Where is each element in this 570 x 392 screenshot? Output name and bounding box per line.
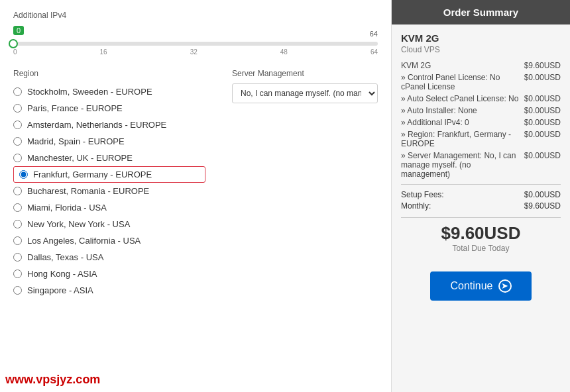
order-total-label: Total Due Today (401, 244, 561, 253)
order-product-sub: Cloud VPS (401, 45, 561, 54)
order-product-name: KVM 2G (401, 32, 561, 44)
order-setup-fees-label: Setup Fees: (401, 190, 444, 199)
region-radio-frankfurt[interactable] (19, 170, 28, 179)
region-text-hongkong: Hong Kong - ASIA (27, 269, 97, 279)
continue-button[interactable]: Continue ➤ (430, 271, 531, 301)
order-line-price-4: $0.00USD (524, 118, 561, 127)
order-line-desc-4: » Additional IPv4: 0 (401, 118, 524, 127)
order-line-desc-1: » Control Panel License: No cPanel Licen… (401, 73, 524, 91)
region-radio-madrid[interactable] (13, 137, 22, 146)
region-madrid[interactable]: Madrid, Spain - EUROPE (13, 133, 205, 150)
order-line-price-3: $0.00USD (524, 106, 561, 115)
region-text-singapore: Singapore - ASIA (27, 285, 93, 295)
watermark: www.vpsjyz.com (5, 373, 100, 387)
ipv4-max-label: 64 (370, 30, 378, 38)
region-text-miami: Miami, Florida - USA (27, 203, 107, 213)
region-text-losangeles: Los Angeles, California - USA (27, 236, 141, 246)
region-radio-bucharest[interactable] (13, 187, 22, 195)
region-losangeles[interactable]: Los Angeles, California - USA (13, 232, 205, 249)
order-monthly: Monthly: $9.60USD (401, 201, 561, 211)
ipv4-slider-thumb[interactable] (9, 39, 18, 48)
order-monthly-label: Monthly: (401, 201, 431, 211)
order-line-6: » Server Management: No, I can manage my… (401, 151, 561, 179)
arrow-right-icon: ➤ (498, 279, 512, 293)
order-line-price-0: $9.60USD (524, 61, 561, 70)
order-total-section: $9.60USD Total Due Today (401, 217, 561, 253)
region-radio-losangeles[interactable] (13, 236, 22, 245)
order-line-desc-6: » Server Management: No, I can manage my… (401, 151, 524, 179)
region-text-bucharest: Bucharest, Romania - EUROPE (27, 186, 149, 196)
region-bucharest[interactable]: Bucharest, Romania - EUROPE (13, 183, 205, 199)
order-setup-fees-value: $0.00USD (524, 190, 561, 199)
ipv4-current-value: 0 (13, 26, 24, 35)
region-amsterdam[interactable]: Amsterdam, Netherlands - EUROPE (13, 117, 205, 133)
continue-section: Continue ➤ (392, 261, 570, 311)
tick-48: 48 (280, 48, 288, 56)
region-list: Stockholm, Sweeden - EUROPE Paris, Franc… (13, 83, 205, 299)
order-line-0: KVM 2G $9.60USD (401, 61, 561, 70)
order-line-price-1: $0.00USD (524, 73, 561, 91)
region-stockholm[interactable]: Stockholm, Sweeden - EUROPE (13, 83, 205, 100)
tick-32: 32 (190, 48, 198, 56)
order-line-3: » Auto Installer: None $0.00USD (401, 106, 561, 115)
order-line-desc-2: » Auto Select cPanel License: No (401, 94, 524, 103)
region-text-frankfurt: Frankfurt, Germany - EUROPE (33, 170, 152, 179)
region-text-paris: Paris, France - EUROPE (27, 103, 123, 113)
region-dallas[interactable]: Dallas, Texas - USA (13, 249, 205, 266)
region-singapore[interactable]: Singapore - ASIA (13, 282, 205, 299)
order-line-desc-0: KVM 2G (401, 61, 524, 70)
region-radio-singapore[interactable] (13, 286, 22, 295)
order-line-2: » Auto Select cPanel License: No $0.00US… (401, 94, 561, 103)
region-newyork[interactable]: New York, New York - USA (13, 216, 205, 232)
order-summary-header: Order Summary (392, 0, 570, 24)
order-setup-fees: Setup Fees: $0.00USD (401, 190, 561, 199)
region-manchester[interactable]: Manchester, UK - EUROPE (13, 150, 205, 166)
region-radio-dallas[interactable] (13, 253, 22, 262)
region-radio-paris[interactable] (13, 104, 22, 113)
order-monthly-value: $9.60USD (524, 201, 561, 211)
tick-16: 16 (100, 48, 107, 56)
continue-label: Continue (450, 280, 492, 292)
order-line-1: » Control Panel License: No cPanel Licen… (401, 73, 561, 91)
order-divider (401, 184, 561, 185)
ipv4-label: Additional IPv4 (13, 11, 378, 20)
order-line-price-2: $0.00USD (524, 94, 561, 103)
region-text-stockholm: Stockholm, Sweeden - EUROPE (27, 87, 152, 97)
region-radio-manchester[interactable] (13, 154, 22, 162)
order-line-price-6: $0.00USD (524, 151, 561, 179)
region-text-newyork: New York, New York - USA (27, 219, 130, 229)
region-paris[interactable]: Paris, France - EUROPE (13, 100, 205, 117)
region-hongkong[interactable]: Hong Kong - ASIA (13, 266, 205, 282)
management-select[interactable]: No, I can manage myself. (no management) (232, 83, 378, 103)
region-frankfurt[interactable]: Frankfurt, Germany - EUROPE (13, 166, 205, 183)
region-radio-miami[interactable] (13, 203, 22, 212)
order-line-price-5: $0.00USD (524, 130, 561, 148)
region-radio-amsterdam[interactable] (13, 121, 22, 129)
ipv4-slider-track[interactable] (13, 42, 378, 46)
region-miami[interactable]: Miami, Florida - USA (13, 199, 205, 216)
region-radio-stockholm[interactable] (13, 87, 22, 96)
order-line-desc-5: » Region: Frankfurt, Germany - EUROPE (401, 130, 524, 148)
region-text-amsterdam: Amsterdam, Netherlands - EUROPE (27, 120, 166, 130)
ipv4-slider-ticks: 0 16 32 48 64 (13, 48, 378, 56)
management-label: Server Management (232, 69, 378, 78)
order-total-amount: $9.60USD (401, 223, 561, 244)
order-line-desc-3: » Auto Installer: None (401, 106, 524, 115)
order-line-5: » Region: Frankfurt, Germany - EUROPE $0… (401, 130, 561, 148)
region-radio-newyork[interactable] (13, 220, 22, 228)
region-radio-hongkong[interactable] (13, 270, 22, 278)
region-text-manchester: Manchester, UK - EUROPE (27, 153, 133, 163)
region-text-dallas: Dallas, Texas - USA (27, 252, 103, 262)
tick-64: 64 (370, 48, 378, 56)
tick-0: 0 (13, 48, 17, 56)
order-line-4: » Additional IPv4: 0 $0.00USD (401, 118, 561, 127)
region-text-madrid: Madrid, Spain - EUROPE (27, 136, 125, 146)
region-label: Region (13, 69, 205, 78)
